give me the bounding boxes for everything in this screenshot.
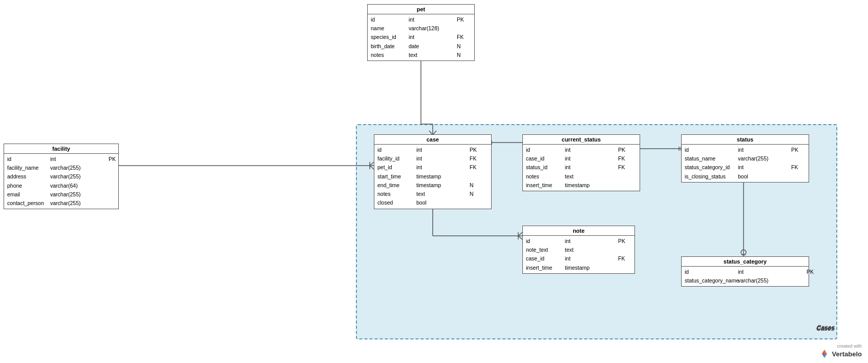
vertabelo-logo-icon (819, 349, 830, 359)
facility-table-header: facility (4, 144, 118, 154)
table-row: is_closing_statusbool (682, 172, 809, 181)
status-category-table: status_category idintPK status_category_… (681, 256, 809, 287)
table-row: idintPK (4, 155, 118, 164)
table-row: idintPK (523, 146, 640, 154)
cases-group-label: Cases (816, 325, 834, 332)
table-row: insert_timetimestamp (523, 181, 640, 190)
table-row: closedbool (374, 198, 491, 207)
pet-table: pet idintPK namevarchar(128) species_idi… (367, 4, 475, 61)
watermark-line2: Vertabelo (832, 350, 862, 358)
watermark-line1: created with (837, 344, 862, 349)
table-row: species_idintFK (368, 33, 474, 42)
case-table: case idintPK facility_idintFK pet_idintF… (374, 134, 492, 209)
table-row: birth_datedateN (368, 42, 474, 51)
svg-marker-35 (824, 350, 827, 354)
table-row: idintPK (682, 268, 809, 276)
table-row: phonevarchar(64) (4, 182, 118, 190)
table-row: addressvarchar(255) (4, 172, 118, 181)
table-row: idintPK (523, 237, 634, 246)
table-row: notestextN (374, 190, 491, 198)
status-category-table-header: status_category (682, 257, 809, 267)
table-row: idintPK (682, 146, 809, 154)
table-row: facility_idintFK (374, 154, 491, 163)
table-row: pet_idintFK (374, 163, 491, 172)
table-row: namevarchar(128) (368, 24, 474, 33)
table-row: end_timetimestampN (374, 181, 491, 190)
table-row: note_texttext (523, 246, 634, 254)
table-row: status_category_namevarchar(255) (682, 276, 809, 285)
table-row: emailvarchar(255) (4, 190, 118, 199)
status-table: status idintPK status_namevarchar(255) s… (681, 134, 809, 183)
table-row: case_idintFK (523, 254, 634, 263)
current-status-table-header: current_status (523, 135, 640, 145)
table-row: idintPK (368, 15, 474, 24)
status-table-header: status (682, 135, 809, 145)
current-status-table: current_status idintPK case_idintFK stat… (522, 134, 640, 191)
table-row: notestextN (368, 51, 474, 59)
table-row: contact_personvarchar(255) (4, 199, 118, 208)
facility-table: facility idintPK facility_namevarchar(25… (4, 144, 119, 209)
pet-table-header: pet (368, 5, 474, 14)
svg-marker-37 (824, 354, 827, 358)
table-row: status_idintFK (523, 163, 640, 172)
table-row: insert_timetimestamp (523, 264, 634, 272)
svg-marker-34 (822, 350, 824, 354)
note-table: note idintPK note_texttext case_idintFK … (522, 226, 635, 274)
table-row: status_category_idintFK (682, 163, 809, 172)
vertabelo-watermark: created with Vertabelo (819, 344, 862, 359)
table-row: notestext (523, 172, 640, 181)
table-row: facility_namevarchar(255) (4, 164, 118, 172)
note-table-header: note (523, 226, 634, 236)
table-row: start_timetimestamp (374, 172, 491, 181)
table-row: idintPK (374, 146, 491, 154)
case-table-header: case (374, 135, 491, 145)
table-row: case_idintFK (523, 154, 640, 163)
svg-marker-36 (822, 354, 824, 358)
table-row: status_namevarchar(255) (682, 154, 809, 163)
